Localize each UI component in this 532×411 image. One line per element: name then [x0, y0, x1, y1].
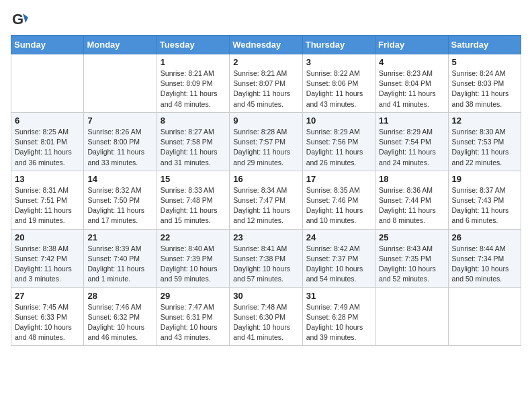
weekday-header-row: SundayMondayTuesdayWednesdayThursdayFrid… [11, 36, 521, 54]
day-info: Sunrise: 8:31 AM Sunset: 7:51 PM Dayligh… [15, 185, 80, 226]
day-info: Sunrise: 8:23 AM Sunset: 8:04 PM Dayligh… [379, 68, 444, 109]
day-info: Sunrise: 8:22 AM Sunset: 8:06 PM Dayligh… [306, 68, 371, 109]
day-info: Sunrise: 8:39 AM Sunset: 7:40 PM Dayligh… [87, 244, 152, 285]
day-info: Sunrise: 7:47 AM Sunset: 6:31 PM Dayligh… [161, 302, 226, 343]
calendar-day-cell: 8Sunrise: 8:27 AM Sunset: 7:58 PM Daylig… [157, 112, 229, 171]
day-info: Sunrise: 8:28 AM Sunset: 7:57 PM Dayligh… [233, 127, 298, 168]
weekday-header-cell: Wednesday [230, 36, 302, 54]
calendar-day-cell: 17Sunrise: 8:35 AM Sunset: 7:46 PM Dayli… [302, 171, 375, 229]
day-info: Sunrise: 8:40 AM Sunset: 7:39 PM Dayligh… [161, 244, 226, 285]
calendar-day-cell: 27Sunrise: 7:45 AM Sunset: 6:33 PM Dayli… [11, 287, 84, 346]
day-number: 21 [87, 232, 152, 242]
calendar-day-cell: 21Sunrise: 8:39 AM Sunset: 7:40 PM Dayli… [84, 229, 157, 287]
calendar-week-row: 20Sunrise: 8:38 AM Sunset: 7:42 PM Dayli… [11, 229, 521, 287]
day-number: 26 [452, 232, 517, 242]
calendar-day-cell: 20Sunrise: 8:38 AM Sunset: 7:42 PM Dayli… [11, 229, 84, 287]
calendar-day-cell [448, 287, 521, 346]
calendar-day-cell: 3Sunrise: 8:22 AM Sunset: 8:06 PM Daylig… [302, 54, 375, 113]
calendar-week-row: 6Sunrise: 8:25 AM Sunset: 8:01 PM Daylig… [11, 112, 521, 171]
logo-icon: G [11, 11, 30, 30]
day-info: Sunrise: 8:43 AM Sunset: 7:35 PM Dayligh… [379, 244, 444, 285]
day-number: 22 [161, 232, 226, 242]
svg-text:G: G [12, 11, 24, 28]
calendar-day-cell: 19Sunrise: 8:37 AM Sunset: 7:43 PM Dayli… [448, 171, 521, 229]
weekday-header-cell: Thursday [302, 36, 375, 54]
day-number: 23 [233, 232, 298, 242]
calendar-week-row: 27Sunrise: 7:45 AM Sunset: 6:33 PM Dayli… [11, 287, 521, 346]
day-info: Sunrise: 8:25 AM Sunset: 8:01 PM Dayligh… [15, 127, 80, 168]
day-info: Sunrise: 7:46 AM Sunset: 6:32 PM Dayligh… [87, 302, 152, 343]
day-number: 16 [233, 174, 298, 184]
calendar-day-cell: 30Sunrise: 7:48 AM Sunset: 6:30 PM Dayli… [230, 287, 302, 346]
calendar-day-cell: 22Sunrise: 8:40 AM Sunset: 7:39 PM Dayli… [157, 229, 229, 287]
weekday-header-cell: Monday [84, 36, 157, 54]
day-number: 29 [161, 291, 226, 301]
calendar-day-cell: 14Sunrise: 8:32 AM Sunset: 7:50 PM Dayli… [84, 171, 157, 229]
day-info: Sunrise: 8:24 AM Sunset: 8:03 PM Dayligh… [452, 68, 517, 109]
weekday-header-cell: Tuesday [157, 36, 229, 54]
day-number: 14 [87, 174, 152, 184]
calendar-day-cell: 4Sunrise: 8:23 AM Sunset: 8:04 PM Daylig… [375, 54, 448, 113]
day-number: 4 [379, 57, 444, 67]
day-number: 17 [306, 174, 371, 184]
day-number: 20 [15, 232, 80, 242]
calendar-day-cell: 11Sunrise: 8:29 AM Sunset: 7:54 PM Dayli… [375, 112, 448, 171]
day-info: Sunrise: 8:37 AM Sunset: 7:43 PM Dayligh… [452, 185, 517, 226]
day-number: 5 [452, 57, 517, 67]
day-info: Sunrise: 8:32 AM Sunset: 7:50 PM Dayligh… [87, 185, 152, 226]
day-number: 1 [161, 57, 226, 67]
day-info: Sunrise: 8:36 AM Sunset: 7:44 PM Dayligh… [379, 185, 444, 226]
calendar-day-cell: 15Sunrise: 8:33 AM Sunset: 7:48 PM Dayli… [157, 171, 229, 229]
day-info: Sunrise: 8:26 AM Sunset: 8:00 PM Dayligh… [87, 127, 152, 168]
day-number: 18 [379, 174, 444, 184]
day-number: 3 [306, 57, 371, 67]
day-number: 25 [379, 232, 444, 242]
day-number: 11 [379, 116, 444, 126]
calendar-day-cell: 23Sunrise: 8:41 AM Sunset: 7:38 PM Dayli… [230, 229, 302, 287]
svg-marker-1 [23, 13, 28, 23]
calendar-day-cell: 29Sunrise: 7:47 AM Sunset: 6:31 PM Dayli… [157, 287, 229, 346]
day-info: Sunrise: 7:45 AM Sunset: 6:33 PM Dayligh… [15, 302, 80, 343]
calendar-table: SundayMondayTuesdayWednesdayThursdayFrid… [11, 35, 521, 346]
day-info: Sunrise: 8:27 AM Sunset: 7:58 PM Dayligh… [161, 127, 226, 168]
day-number: 30 [233, 291, 298, 301]
calendar-day-cell: 5Sunrise: 8:24 AM Sunset: 8:03 PM Daylig… [448, 54, 521, 113]
weekday-header-cell: Saturday [448, 36, 521, 54]
calendar-day-cell: 10Sunrise: 8:29 AM Sunset: 7:56 PM Dayli… [302, 112, 375, 171]
calendar-day-cell: 24Sunrise: 8:42 AM Sunset: 7:37 PM Dayli… [302, 229, 375, 287]
calendar-body: 1Sunrise: 8:21 AM Sunset: 8:09 PM Daylig… [11, 54, 521, 346]
day-info: Sunrise: 8:33 AM Sunset: 7:48 PM Dayligh… [161, 185, 226, 226]
day-info: Sunrise: 8:38 AM Sunset: 7:42 PM Dayligh… [15, 244, 80, 285]
calendar-day-cell: 25Sunrise: 8:43 AM Sunset: 7:35 PM Dayli… [375, 229, 448, 287]
calendar-day-cell: 28Sunrise: 7:46 AM Sunset: 6:32 PM Dayli… [84, 287, 157, 346]
day-number: 2 [233, 57, 298, 67]
logo: G [11, 11, 32, 30]
day-number: 9 [233, 116, 298, 126]
calendar-day-cell: 7Sunrise: 8:26 AM Sunset: 8:00 PM Daylig… [84, 112, 157, 171]
weekday-header-cell: Friday [375, 36, 448, 54]
day-info: Sunrise: 8:44 AM Sunset: 7:34 PM Dayligh… [452, 244, 517, 285]
day-info: Sunrise: 8:30 AM Sunset: 7:53 PM Dayligh… [452, 127, 517, 168]
day-info: Sunrise: 8:35 AM Sunset: 7:46 PM Dayligh… [306, 185, 371, 226]
calendar-day-cell [11, 54, 84, 113]
day-info: Sunrise: 8:21 AM Sunset: 8:07 PM Dayligh… [233, 68, 298, 109]
calendar-day-cell [84, 54, 157, 113]
calendar-day-cell: 31Sunrise: 7:49 AM Sunset: 6:28 PM Dayli… [302, 287, 375, 346]
day-number: 15 [161, 174, 226, 184]
day-info: Sunrise: 8:34 AM Sunset: 7:47 PM Dayligh… [233, 185, 298, 226]
calendar-day-cell: 13Sunrise: 8:31 AM Sunset: 7:51 PM Dayli… [11, 171, 84, 229]
day-info: Sunrise: 8:21 AM Sunset: 8:09 PM Dayligh… [161, 68, 226, 109]
calendar-day-cell: 12Sunrise: 8:30 AM Sunset: 7:53 PM Dayli… [448, 112, 521, 171]
day-info: Sunrise: 8:29 AM Sunset: 7:54 PM Dayligh… [379, 127, 444, 168]
calendar-week-row: 13Sunrise: 8:31 AM Sunset: 7:51 PM Dayli… [11, 171, 521, 229]
day-number: 24 [306, 232, 371, 242]
calendar-day-cell: 26Sunrise: 8:44 AM Sunset: 7:34 PM Dayli… [448, 229, 521, 287]
day-info: Sunrise: 7:49 AM Sunset: 6:28 PM Dayligh… [306, 302, 371, 343]
page-header: G [11, 11, 521, 30]
day-number: 28 [87, 291, 152, 301]
day-info: Sunrise: 8:42 AM Sunset: 7:37 PM Dayligh… [306, 244, 371, 285]
day-number: 12 [452, 116, 517, 126]
calendar-day-cell: 1Sunrise: 8:21 AM Sunset: 8:09 PM Daylig… [157, 54, 229, 113]
calendar-day-cell: 2Sunrise: 8:21 AM Sunset: 8:07 PM Daylig… [230, 54, 302, 113]
weekday-header-cell: Sunday [11, 36, 84, 54]
